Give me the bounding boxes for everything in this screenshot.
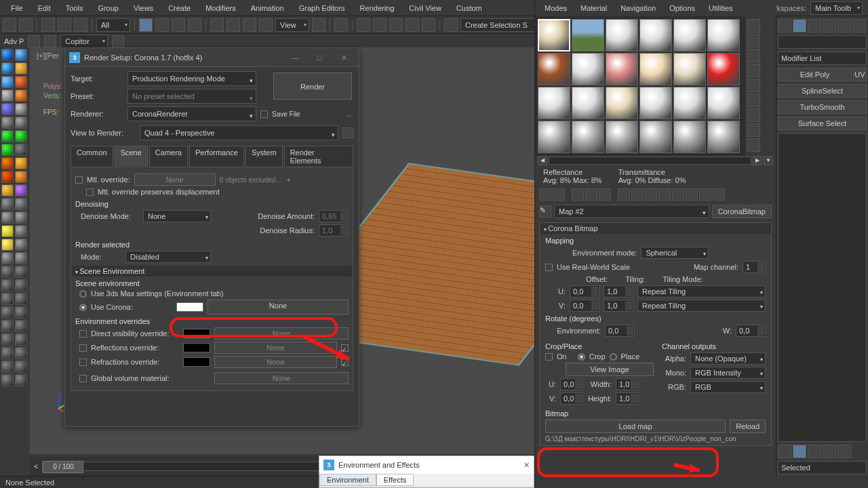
refl-map-slot[interactable]: None (214, 342, 337, 354)
motion-tab-icon[interactable] (823, 19, 836, 33)
left-icon[interactable] (1, 130, 14, 142)
named-sel-combo[interactable]: Create Selection S (460, 18, 539, 32)
menu-group[interactable]: Group (91, 3, 125, 14)
refcoord-combo[interactable]: View (275, 18, 309, 32)
direct-override-checkbox[interactable] (79, 330, 87, 338)
remove-mod-icon[interactable] (823, 445, 836, 458)
material-slot[interactable] (673, 87, 706, 119)
menu-views[interactable]: Views (127, 3, 160, 14)
dialog-titlebar[interactable]: 3 Render Setup: Corona 1.7 (hotfix 4) — … (65, 48, 359, 67)
mat-id-icon[interactable] (747, 138, 760, 152)
manip-icon[interactable] (334, 18, 348, 32)
view-image-button[interactable]: View Image (566, 363, 654, 376)
real-world-checkbox[interactable] (545, 264, 553, 271)
left-icon[interactable] (1, 293, 14, 305)
create-tab-icon[interactable] (778, 19, 791, 33)
denoise-amount-spinner[interactable]: 0,65 (319, 210, 349, 222)
left-icon[interactable] (15, 117, 27, 129)
material-slot[interactable] (639, 121, 672, 153)
use-max-radio[interactable] (79, 290, 87, 298)
adv-btn2[interactable] (44, 35, 56, 47)
configure-sets-icon[interactable] (837, 445, 851, 458)
direct-map-slot[interactable]: None (214, 327, 349, 340)
tab-scene[interactable]: Scene (115, 146, 148, 167)
mat-menu-material[interactable]: Material (575, 3, 612, 14)
left-icon[interactable] (15, 266, 27, 278)
modifier-list-combo[interactable]: Modifier List (778, 52, 867, 65)
left-icon[interactable] (1, 184, 14, 197)
target-combo[interactable]: Production Rendering Mode (127, 71, 256, 86)
left-icon[interactable] (1, 361, 14, 373)
left-icon[interactable] (15, 184, 27, 197)
link-icon[interactable] (41, 18, 55, 32)
menu-customize[interactable]: Custom (450, 3, 489, 14)
renderer-combo[interactable]: CoronaRenderer (127, 106, 256, 121)
spinner-snap-icon[interactable] (422, 18, 435, 32)
undo-icon[interactable] (3, 18, 16, 32)
menu-create[interactable]: Create (161, 3, 197, 14)
env-tab-environment[interactable]: Environment (319, 474, 376, 486)
scroll-right-icon[interactable]: ▶ (753, 156, 762, 165)
crop-v-spinner[interactable]: 0,0 (560, 392, 583, 405)
redo-icon[interactable] (19, 18, 33, 32)
left-icon[interactable] (15, 171, 27, 183)
u-tiling-mode-combo[interactable]: Repeat Tiling (637, 285, 766, 298)
left-icon[interactable] (1, 279, 14, 291)
refr-swatch[interactable] (183, 357, 210, 367)
render-button[interactable]: Render (273, 73, 352, 100)
mat-menu-options[interactable]: Options (664, 3, 701, 14)
pick-material-icon[interactable]: ✎ (539, 205, 551, 218)
env-titlebar[interactable]: 3 Environment and Effects ✕ (319, 456, 534, 474)
env-mode-combo[interactable]: Spherical (641, 247, 709, 259)
menu-grapheditors[interactable]: Graph Editors (292, 3, 352, 14)
left-icon[interactable] (1, 157, 14, 169)
use-corona-radio[interactable] (79, 304, 87, 311)
reload-button[interactable]: Reload (730, 420, 766, 433)
map-name-combo[interactable]: Map #2 (554, 205, 709, 218)
left-icon[interactable] (1, 306, 14, 319)
material-slot[interactable] (538, 121, 570, 153)
move-icon[interactable] (210, 18, 224, 32)
material-slot[interactable] (673, 19, 706, 52)
v-tiling-mode-combo[interactable]: Repeat Tiling (637, 300, 766, 312)
viewport-label[interactable]: [+][Per (37, 52, 59, 60)
crop-radio[interactable] (578, 353, 585, 361)
material-slot[interactable] (572, 121, 604, 153)
stack-splineselect[interactable]: SplineSelect (778, 84, 867, 98)
rect-select-icon[interactable] (172, 18, 185, 32)
left-icon[interactable] (15, 76, 27, 88)
left-icon[interactable] (1, 266, 14, 278)
tab-common[interactable]: Common (71, 146, 113, 167)
stack-editpoly[interactable]: Edit Poly (778, 68, 852, 81)
left-icon[interactable] (15, 49, 27, 61)
preview-icon[interactable] (747, 94, 760, 107)
background-icon[interactable] (747, 49, 760, 62)
named-sel-icon[interactable] (444, 18, 458, 32)
left-icon[interactable] (15, 130, 27, 142)
nav-sibling-icon[interactable] (699, 188, 711, 201)
snap-icon[interactable] (373, 18, 387, 32)
pivot-icon[interactable] (312, 18, 326, 32)
left-icon[interactable] (1, 117, 14, 129)
mtl-override-checkbox[interactable] (75, 176, 83, 184)
u-offset-spinner[interactable]: 0,0 (570, 285, 599, 298)
pin-stack-icon[interactable] (778, 445, 791, 458)
scale-icon[interactable] (243, 18, 256, 32)
show-end-icon[interactable] (672, 188, 684, 201)
mat-id-tool-icon[interactable] (645, 188, 657, 201)
workspace-combo[interactable]: Main Toolb (810, 1, 863, 15)
options-icon[interactable] (747, 108, 760, 122)
mat-menu-navigation[interactable]: Navigation (615, 3, 661, 14)
material-slot[interactable] (707, 19, 740, 52)
left-icon[interactable] (15, 279, 27, 291)
refr-override-checkbox[interactable] (79, 359, 87, 366)
crop-u-spinner[interactable]: 0,0 (560, 378, 583, 390)
object-name-field[interactable] (778, 35, 867, 49)
bind-icon[interactable] (74, 18, 87, 32)
assign-icon[interactable] (572, 188, 584, 201)
material-slot[interactable] (538, 87, 570, 119)
add-exclude-icon[interactable]: + (286, 176, 290, 184)
select-by-mat-icon[interactable] (747, 123, 760, 137)
map-type-button[interactable]: CoronaBitmap (712, 205, 772, 218)
modify-tab-icon[interactable] (793, 19, 806, 33)
